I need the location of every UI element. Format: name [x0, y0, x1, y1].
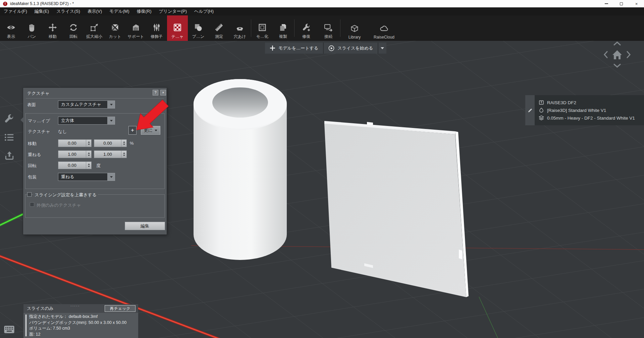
menu-view[interactable]: 表示(V)	[84, 7, 106, 15]
import-model-button[interactable]: モデルを…ートする	[265, 43, 323, 54]
recheck-button[interactable]: 再チェック	[105, 305, 136, 312]
library-icon	[350, 24, 359, 33]
start-slice-button[interactable]: スライスを始める	[323, 43, 378, 54]
nav-down-chevron[interactable]	[614, 64, 620, 67]
scale-icon	[90, 23, 99, 32]
menu-printer[interactable]: プリンター(P)	[155, 7, 191, 15]
model-list-button[interactable]	[4, 132, 14, 144]
tool-raisecloud[interactable]: RaiseCloud	[368, 15, 400, 41]
template-row[interactable]: 0.05mm - Heavy - DF2 - Standard White V1	[539, 115, 644, 121]
nav-left-chevron[interactable]	[604, 52, 607, 58]
move-y-spinner[interactable]: 0.00	[94, 139, 127, 147]
menu-repair[interactable]: 修復(R)	[133, 7, 155, 15]
menu-file[interactable]: ファイル(F)	[0, 7, 31, 15]
tool-cut[interactable]: カット	[105, 15, 125, 41]
printer-row[interactable]: RAISE3D DF2	[539, 100, 644, 105]
nav-home-button[interactable]	[612, 50, 622, 59]
tool-texture[interactable]: テ…ャ	[167, 15, 188, 41]
main-toolbar: 表示 パン 移動 回転 拡大縮小 カット サポート 修飾子 テ…ャ ブ…ン	[0, 15, 644, 41]
dialog-help-button[interactable]: ?	[153, 90, 158, 95]
tool-meshify[interactable]: モ…化	[252, 15, 273, 41]
rotation-label: 回転	[28, 163, 37, 169]
slice-options-dropdown[interactable]	[378, 43, 386, 54]
more-button[interactable]: 更に	[141, 126, 160, 135]
tool-boolean[interactable]: ブ…ン	[188, 15, 209, 41]
ideamaker-window: ! ideaMaker 5.1.3 (RAISE3D DF2) - * × ファ…	[0, 0, 644, 338]
rotation-spinner[interactable]: 0.00	[58, 161, 92, 169]
bounding-box-line: バウンディングボックス(mm): 50.00 x 3.00 x 50.00	[29, 320, 126, 326]
add-texture-button[interactable]: +	[128, 126, 137, 135]
highlight-bar	[25, 315, 26, 336]
edit-settings-strip[interactable]	[525, 95, 535, 125]
mapping-type-dropdown[interactable]: 立方体	[58, 117, 115, 125]
model-settings-button[interactable]	[3, 113, 15, 126]
tool-scale[interactable]: 拡大縮小	[84, 15, 105, 41]
chevron-down-icon	[381, 47, 384, 49]
spinner-buttons[interactable]	[121, 140, 126, 147]
restore-button[interactable]	[614, 0, 629, 7]
override-settings-label: スライシング設定を上書きする	[33, 192, 98, 198]
surface-dropdown[interactable]: カスタムテクスチャ	[58, 100, 115, 109]
tool-support[interactable]: サポート	[125, 15, 146, 41]
eye-icon	[6, 23, 16, 32]
dialog-close-button[interactable]: ×	[160, 90, 166, 95]
menu-slice[interactable]: スライス(S)	[53, 7, 84, 15]
tool-repair[interactable]: 修復	[295, 15, 317, 41]
chevron-down-icon	[155, 130, 157, 131]
move-x-spinner[interactable]: 0.00	[58, 139, 92, 147]
dialog-divider	[26, 98, 164, 98]
chevron-down-icon	[107, 101, 115, 108]
tile-y-spinner[interactable]: 1.00	[94, 150, 127, 158]
spinner-buttons[interactable]	[86, 151, 91, 158]
drill-hole-icon	[235, 23, 245, 32]
filament-row[interactable]: [Raise3D] Standard White V1	[539, 108, 644, 113]
tool-duplicate[interactable]: 複製	[273, 15, 293, 41]
menu-model[interactable]: モデル(M)	[106, 7, 133, 15]
tool-rotate[interactable]: 回転	[63, 15, 84, 41]
minimize-button[interactable]	[599, 0, 614, 7]
minimize-icon	[605, 3, 608, 4]
drag-handle[interactable]: ·····	[70, 304, 80, 308]
printer-icon	[539, 100, 544, 105]
edit-button[interactable]: 編集	[125, 222, 165, 230]
model-cylinder[interactable]	[194, 79, 287, 260]
export-button[interactable]	[4, 150, 15, 162]
filament-icon	[539, 108, 544, 113]
model-plate[interactable]	[324, 121, 469, 297]
window-title: ideaMaker 5.1.3 (RAISE3D DF2) - *	[10, 1, 74, 6]
close-button[interactable]: ×	[629, 0, 644, 7]
title-bar: ! ideaMaker 5.1.3 (RAISE3D DF2) - * ×	[0, 0, 644, 7]
move-icon	[48, 23, 57, 32]
nav-right-chevron[interactable]	[627, 52, 630, 58]
tool-modifier[interactable]: 修飾子	[146, 15, 167, 41]
override-settings-checkbox[interactable]	[27, 192, 32, 197]
printer-info-panel[interactable]: RAISE3D DF2 [Raise3D] Standard White V1 …	[525, 95, 644, 125]
tool-connect[interactable]: 接続	[317, 15, 339, 41]
spinner-buttons[interactable]	[86, 140, 91, 147]
chevron-down-icon	[107, 173, 115, 181]
toolbar-separator	[251, 19, 251, 37]
spinner-buttons[interactable]	[86, 162, 91, 169]
keyboard-shortcuts-button[interactable]	[4, 326, 14, 335]
tool-measure[interactable]: 測定	[209, 15, 229, 41]
texture-value: なし	[58, 129, 67, 135]
tool-drill[interactable]: 穴あけ	[229, 15, 250, 41]
spinner-buttons[interactable]	[121, 151, 126, 158]
tool-library[interactable]: Library	[341, 15, 368, 41]
faces-line: 面: 12	[29, 332, 126, 338]
dialog-title: テクスチャ	[27, 90, 50, 96]
pencil-icon	[528, 108, 533, 113]
menu-help[interactable]: ヘルプ(H)	[191, 7, 217, 15]
wrap-dropdown[interactable]: 重ねる	[58, 173, 115, 181]
cloud-icon	[379, 24, 389, 33]
nav-up-chevron[interactable]	[614, 42, 620, 45]
tool-pan[interactable]: パン	[21, 15, 42, 41]
texture-dialog: テクスチャ ? × 表面 カスタムテクスチャ マッ…イプ 立方体 テクスチャ な…	[23, 88, 167, 234]
tile-x-spinner[interactable]: 1.00	[58, 150, 92, 158]
texture-label: テクスチャ	[28, 129, 50, 135]
menu-edit[interactable]: 編集(E)	[31, 7, 53, 15]
slice-panel-header[interactable]: スライスのみ ····· 再チェック	[23, 304, 138, 313]
dialog-callout	[20, 117, 23, 123]
tool-move[interactable]: 移動	[42, 15, 63, 41]
tool-view[interactable]: 表示	[1, 15, 21, 41]
